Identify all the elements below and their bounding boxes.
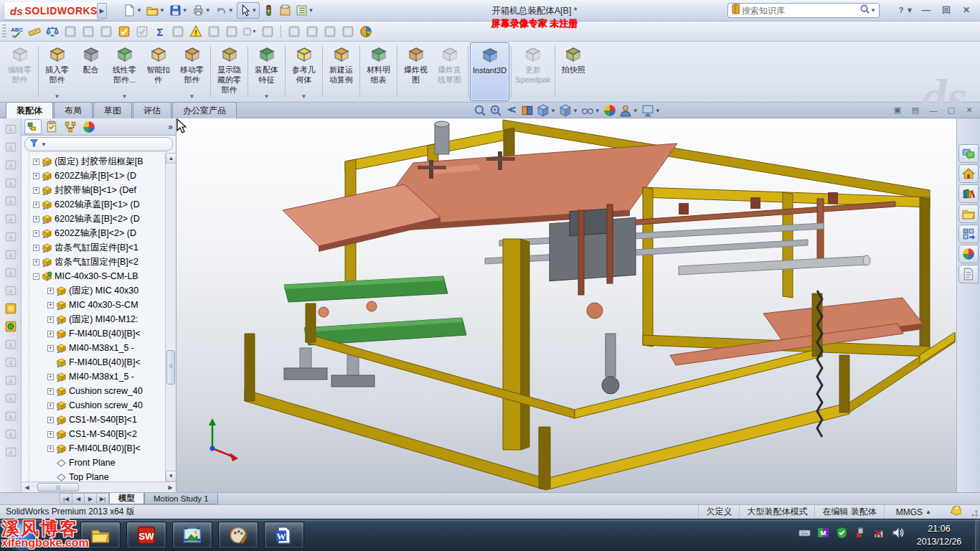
view-palette-tab-icon[interactable] (958, 225, 979, 243)
tree-filter[interactable]: ▼ (24, 137, 173, 151)
taskbar-clock[interactable]: 21:06 2013/12/26 (908, 522, 970, 548)
tree-item[interactable]: +(固定) MIC 40x30 (22, 283, 165, 298)
dropdown-caret-icon[interactable]: ▼ (301, 93, 307, 100)
tree-item[interactable]: +Top Plane (22, 470, 165, 481)
exploded-view-icon[interactable] (3, 265, 19, 281)
viewport-split[interactable]: ▤ (909, 105, 922, 116)
mass-properties-icon[interactable] (45, 24, 60, 39)
compare-documents-icon[interactable] (341, 24, 355, 39)
tree-item[interactable]: +Cushion screw_40 (22, 384, 165, 398)
edit-appearance-icon[interactable] (603, 104, 616, 117)
taskbar-paint-button[interactable] (218, 522, 258, 549)
resize-grip[interactable] (969, 507, 979, 517)
close-button[interactable]: ✕ (958, 4, 974, 17)
doc-scroll-track[interactable] (0, 493, 60, 504)
logo-expand-arrow[interactable]: ▶ (97, 3, 107, 19)
propertymanager-tab[interactable] (43, 119, 60, 134)
featuremanager-tree-tab[interactable] (24, 119, 42, 134)
save-button[interactable]: ▼ (168, 3, 189, 18)
interference-icon[interactable] (3, 390, 19, 406)
appearances-tab[interactable] (80, 119, 98, 134)
tab-草图[interactable]: 草图 (93, 102, 132, 118)
show-desktop-button[interactable] (975, 519, 980, 551)
ribbon-button-参考几何体[interactable]: 参考几何体▼ (287, 42, 321, 101)
expand-box-icon[interactable]: + (33, 216, 39, 222)
expand-box-icon[interactable]: + (47, 288, 54, 294)
expand-box-icon[interactable]: + (33, 187, 39, 194)
next-tab-button[interactable]: ▶ (85, 493, 97, 504)
assembly-3d-model[interactable] (176, 118, 956, 492)
expand-box-icon[interactable]: + (47, 302, 54, 309)
view-orientation-icon[interactable]: ▼ (537, 104, 556, 117)
magnet-mate-icon[interactable] (3, 211, 19, 227)
tray-antivirus-icon[interactable] (836, 527, 848, 542)
verify-icon[interactable]: ▼ (242, 24, 257, 39)
expand-box-icon[interactable]: + (47, 431, 54, 438)
prev-tab-button[interactable]: ◀ (72, 493, 85, 504)
tree-item[interactable]: +MI40-M38x1_5 - (22, 341, 165, 355)
hide-show-items-icon[interactable]: ▼ (581, 104, 600, 117)
toolbar-grip[interactable] (2, 24, 6, 39)
tree-item[interactable]: −MIC-40x30-S-CM-LB (22, 269, 165, 283)
last-tab-button[interactable]: ▶| (97, 493, 109, 504)
doc-tab-motion-study[interactable]: Motion Study 1 (144, 493, 218, 504)
undo-button[interactable]: ▼ (214, 3, 235, 18)
view-settings-icon[interactable]: ▼ (641, 104, 661, 117)
file-explorer-tab-icon[interactable] (958, 204, 979, 223)
appearances-scenes-tab-icon[interactable] (958, 245, 979, 263)
tree-item[interactable]: +6202轴承盖[B]<1> (D (22, 197, 165, 212)
tree-item[interactable]: +齿条气缸固定件[B]<1 (22, 240, 165, 255)
pin-clock-icon[interactable] (99, 24, 113, 39)
move-down-icon[interactable] (3, 354, 19, 370)
tree-item[interactable]: +F-MI40LB(40)[B]< (22, 355, 165, 369)
hscroll-thumb[interactable] (37, 483, 79, 491)
home-tab-icon[interactable] (958, 164, 979, 183)
expand-box-icon[interactable]: + (33, 202, 39, 208)
dropdown-caret-icon[interactable]: ▼ (122, 93, 128, 100)
tree-item[interactable]: +F-MI40LB(40)[B]< (22, 441, 165, 456)
ribbon-button-instant3d[interactable]: Instant3D (470, 42, 509, 101)
performance-evaluation-icon[interactable] (81, 24, 95, 39)
expand-box-icon[interactable]: + (47, 388, 54, 395)
ribbon-button-插入零部件[interactable]: 插入零部件▼ (40, 42, 74, 101)
ribbon-button-爆炸视图[interactable]: 爆炸视图 (399, 42, 433, 101)
translate-check-icon[interactable] (225, 24, 239, 39)
doc-restore[interactable]: ▢ (945, 105, 958, 116)
search-caret-icon[interactable]: ▼ (870, 7, 876, 14)
copy-components-icon[interactable] (3, 444, 19, 460)
previous-view-icon[interactable] (505, 104, 518, 117)
ribbon-button-线性零部件[interactable]: 线性零部件...▼ (108, 42, 141, 101)
ribbon-button-配合[interactable]: 配合 (74, 42, 108, 101)
tab-装配体[interactable]: 装配体 (6, 102, 53, 118)
tab-评估[interactable]: 评估 (133, 102, 171, 118)
tree-item[interactable]: +(固定) MI40-M12: (22, 312, 165, 326)
flexible-icon[interactable] (3, 229, 19, 245)
help-button[interactable]: ? ▼ (898, 4, 914, 17)
tray-network-icon[interactable] (873, 527, 885, 542)
display-style-icon[interactable]: ▼ (559, 104, 578, 117)
spellcheck-icon[interactable]: ABC (9, 24, 24, 39)
smart-fastener-icon[interactable] (3, 247, 19, 263)
ribbon-button-拍快照[interactable]: 拍快照 (557, 42, 590, 101)
ribbon-button-新建运动算例[interactable]: 新建运动算例 (324, 42, 358, 101)
scroll-left-arrow[interactable]: ◀ (22, 482, 32, 492)
comments-tab-icon[interactable] (958, 144, 979, 163)
design-table-icon[interactable] (260, 24, 275, 39)
dropdown-caret-icon[interactable]: ▼ (189, 93, 195, 100)
viewport-single[interactable]: ▣ (891, 105, 904, 116)
status-check-icon[interactable] (323, 24, 337, 39)
tray-power-icon[interactable] (854, 527, 867, 542)
pattern-gray-icon[interactable] (3, 336, 19, 352)
edit-component-icon[interactable] (3, 175, 19, 191)
taskbar-word-button[interactable]: W (264, 522, 304, 549)
tree-item[interactable]: +6202Z轴承[B]<1> (D (22, 169, 165, 183)
units-selector[interactable]: MMGS▲ (884, 505, 950, 519)
measure-icon[interactable] (27, 24, 42, 39)
checkbox-active-icon[interactable] (117, 24, 131, 39)
tree-item[interactable]: +Front Plane (22, 456, 165, 470)
equations-icon[interactable]: Σ (153, 24, 167, 39)
expand-box-icon[interactable]: + (47, 345, 54, 352)
dropdown-caret-icon[interactable]: ▼ (264, 93, 270, 100)
maximize-button[interactable]: 回 (938, 4, 954, 17)
taskbar-photo-viewer-button[interactable] (172, 522, 212, 549)
